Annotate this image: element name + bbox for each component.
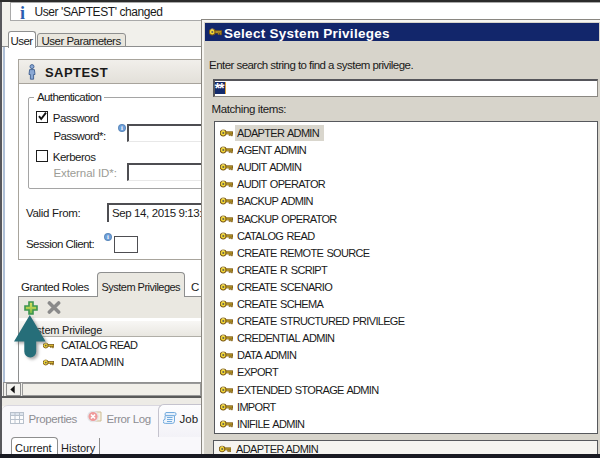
- svg-text:i: i: [121, 124, 123, 131]
- svg-text:i: i: [107, 233, 109, 240]
